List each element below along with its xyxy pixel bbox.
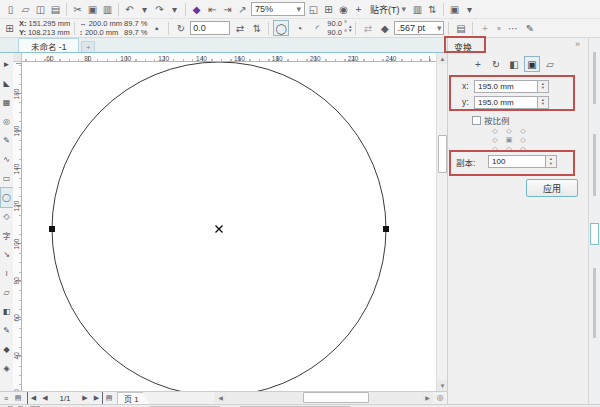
outline-width-select[interactable]: .567 pt ▾ (394, 21, 444, 35)
add-node-icon[interactable]: + (477, 21, 492, 36)
eyedropper-tool-icon[interactable]: ✎ (1, 321, 13, 340)
width-value[interactable]: 200.0 mm (89, 19, 122, 28)
pos-y-value[interactable]: 108.213 mm (28, 28, 70, 37)
apply-button[interactable]: 应用 (526, 179, 578, 197)
anchor-point[interactable]: ◇ (506, 145, 511, 153)
drawing-canvas[interactable] (22, 62, 436, 391)
add-page-icon[interactable]: ▤ (103, 392, 115, 404)
scroll-right-icon[interactable]: ▶ (422, 392, 433, 403)
horizontal-scrollbar[interactable]: ◀ ▶ (215, 392, 433, 403)
fullscreen-icon[interactable]: ◱ (306, 2, 321, 17)
selection-handle-left[interactable] (49, 226, 55, 232)
size-transform-icon[interactable]: ▣ (524, 56, 540, 72)
basic-shapes-tool-icon[interactable]: ▱ (1, 283, 13, 302)
wrap-text-icon[interactable]: ▤ (453, 21, 468, 36)
horizontal-ruler[interactable]: 6080100120140160180200220240 (22, 53, 436, 62)
zoom-level-select[interactable]: 75% ▾ (251, 2, 305, 16)
height-value[interactable]: 200.0 mm (85, 28, 118, 37)
vertical-scroll-thumb[interactable] (438, 135, 447, 173)
position-transform-icon[interactable]: + (470, 56, 486, 72)
pos-x-value[interactable]: 151.295 mm (29, 19, 71, 28)
anchor-point[interactable]: ◇ (520, 136, 525, 144)
scale-mirror-transform-icon[interactable]: ◧ (506, 56, 522, 72)
interactive-fill-tool-icon[interactable]: ◆ (1, 340, 13, 359)
add-page-icon[interactable]: ▤ (12, 392, 24, 404)
docker-tab-handle[interactable] (593, 134, 596, 196)
scale-x-value[interactable]: 89.7 (124, 19, 139, 28)
align-panel-icon[interactable]: ⇅ (425, 2, 440, 17)
export-icon[interactable]: ⇥ (220, 2, 235, 17)
docker-tab-handle[interactable] (593, 268, 596, 338)
rotate-transform-icon[interactable]: ↻ (488, 56, 504, 72)
undo-icon[interactable]: ↶ (122, 2, 137, 17)
angle-spinner[interactable]: ▴ ▾ (349, 24, 352, 33)
transparency-tool-icon[interactable]: ◧ (1, 302, 13, 321)
vertical-ruler[interactable]: 18016014012010080604020 (13, 62, 22, 391)
more-options-icon[interactable]: ⋯ (505, 21, 520, 36)
circle-object[interactable] (52, 62, 386, 391)
redo-dropdown-icon[interactable]: ▾ (167, 2, 182, 17)
previous-page-icon[interactable]: ◀ (39, 392, 51, 404)
freehand-tool-icon[interactable]: ✎ (1, 131, 13, 150)
open-icon[interactable]: ▱ (18, 2, 33, 17)
anchor-point[interactable]: ◇ (492, 127, 497, 135)
shape-tool-icon[interactable]: ◣ (1, 74, 13, 93)
horizontal-scroll-thumb[interactable] (303, 392, 369, 403)
proportional-checkbox[interactable] (472, 116, 481, 125)
new-document-icon[interactable]: ▯ (3, 2, 18, 17)
dimension-tool-icon[interactable]: ↘ (1, 245, 13, 264)
app-launcher-icon[interactable]: ◆ (189, 2, 204, 17)
vertical-scrollbar[interactable]: ▲ ▼ (436, 53, 447, 391)
menu-icon[interactable]: ≡ (0, 392, 12, 404)
ellipse-mode-button[interactable]: ◯ (273, 20, 289, 36)
copy-icon[interactable]: ▣ (85, 2, 100, 17)
pie-mode-button[interactable]: ◔ (291, 20, 307, 36)
cut-icon[interactable]: ✂ (70, 2, 85, 17)
crop-tool-icon[interactable]: ▦ (1, 93, 13, 112)
first-page-icon[interactable]: ◀ (27, 392, 39, 404)
undo-dropdown-icon[interactable]: ▾ (137, 2, 152, 17)
ruler-origin-corner[interactable] (13, 53, 22, 62)
polygon-tool-icon[interactable]: ◇ (1, 207, 13, 226)
start-angle-value[interactable]: 90.0 (327, 19, 342, 28)
scale-y-value[interactable]: 89.7 (124, 28, 139, 37)
page-tab[interactable]: 页 1 (117, 392, 150, 404)
zoom-tool-icon[interactable]: ◎ (1, 112, 13, 131)
welcome-screen-icon[interactable]: ▣ (447, 2, 462, 17)
text-tool-icon[interactable]: 字 (1, 226, 13, 245)
new-tab-button[interactable]: + (81, 41, 95, 52)
y-input[interactable]: 195.0 mm (474, 96, 538, 109)
pick-tool-icon[interactable]: ► (1, 55, 13, 74)
options-icon[interactable]: ▥ (410, 2, 425, 17)
docker-collapse-handle[interactable] (590, 223, 599, 245)
next-page-icon[interactable]: ▶ (79, 392, 91, 404)
ellipse-tool-icon[interactable]: ◯ (1, 188, 13, 207)
anchor-point[interactable]: ◇ (520, 127, 525, 135)
rotation-field[interactable]: 0.0 (190, 21, 230, 35)
end-angle-value[interactable]: 90.0 (327, 28, 342, 37)
snap-target-icon[interactable]: + (351, 2, 366, 17)
anchor-point[interactable]: ◇ (506, 127, 511, 135)
x-spinner[interactable]: ▴ ▾ (538, 80, 549, 93)
last-page-icon[interactable]: ▶ (91, 392, 103, 404)
publish-icon[interactable]: ↗ (235, 2, 250, 17)
docker-tab-strip[interactable] (588, 38, 600, 407)
rectangle-tool-icon[interactable]: ▭ (1, 169, 13, 188)
copies-spinner[interactable]: ▴ ▾ (546, 155, 557, 168)
arc-mode-button[interactable]: ◜ (309, 20, 325, 36)
connector-tool-icon[interactable]: ≀ (1, 264, 13, 283)
docker-tab-handle[interactable] (593, 52, 596, 104)
anchor-point[interactable]: ◇ (492, 136, 497, 144)
x-input[interactable]: 195.0 mm (474, 80, 538, 93)
selection-handle-right[interactable] (383, 226, 389, 232)
mirror-horizontal-icon[interactable]: ⇄ (232, 21, 247, 36)
docker-chevrons-icon[interactable]: » (575, 39, 580, 49)
anchor-point[interactable]: ◇ (492, 145, 497, 153)
welcome-dropdown-icon[interactable]: ▾ (462, 2, 477, 17)
show-rulers-icon[interactable]: ⊞ (321, 2, 336, 17)
skew-transform-icon[interactable]: ▱ (542, 56, 558, 72)
artistic-media-tool-icon[interactable]: ∿ (1, 150, 13, 169)
lock-ratio-icon[interactable]: ▪ (149, 21, 164, 36)
scroll-left-icon[interactable]: ◀ (215, 392, 226, 403)
chevrons-icon[interactable]: » (494, 21, 503, 36)
